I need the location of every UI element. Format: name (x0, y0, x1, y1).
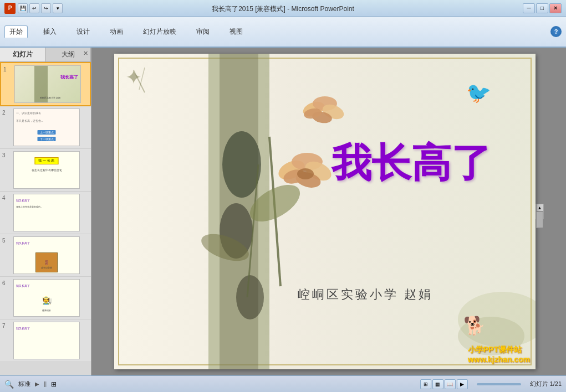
thumb-title-7: 我又长高了 (16, 327, 30, 330)
tab-insert[interactable]: 插入 (39, 26, 61, 38)
title-bar-left: P 💾 ↩ ↪ ▾ (4, 3, 63, 14)
maximize-button[interactable]: □ (536, 3, 548, 13)
slide-item-1[interactable]: 1 我长高了 崆峒区实验小学 赵娟 (0, 62, 91, 106)
minimize-button[interactable]: ─ (523, 3, 535, 13)
slide-list: 1 我长高了 崆峒区实验小学 赵娟 2 一、认识生命的成长 不只是长高，还包含.… (0, 62, 91, 375)
dog-decoration: 🐕 (463, 315, 486, 336)
sidebar-tabs: 幻灯片 大纲 ✕ (0, 48, 91, 62)
slide-thumb-3: 我 一 长 高 在生长过程中有哪些变化 (13, 151, 80, 189)
slide-item-6[interactable]: 6 我又长高了 🧑‍🌾 健康成长 (0, 277, 91, 319)
thumb-title-5: 我又长高了 (16, 241, 30, 245)
help-button[interactable]: ? (550, 26, 562, 37)
thumb-title-6: 我又长高了 (16, 284, 30, 287)
thumb-text-2b: 不只是长高，还包含... (16, 119, 43, 123)
watermark: 小学PPT课件站 www.kjzhan.com (468, 345, 530, 364)
view-slideshow-button[interactable]: ▶ (457, 379, 468, 389)
undo-quick-btn[interactable]: ↩ (29, 3, 39, 13)
view-normal-button[interactable]: ⊞ (420, 379, 431, 389)
tab-view[interactable]: 视图 (225, 26, 247, 38)
main-area: 幻灯片 大纲 ✕ 1 我长高了 崆峒区实验小学 赵娟 2 (0, 48, 566, 375)
thumb-title-1: 我长高了 (60, 74, 78, 80)
save-quick-btn[interactable]: 💾 (18, 3, 28, 13)
tab-start[interactable]: 开始 (4, 25, 28, 38)
close-button[interactable]: ✕ (549, 3, 562, 13)
slide-num-7: 7 (2, 322, 13, 359)
sidebar-tab-slides[interactable]: 幻灯片 (0, 48, 45, 61)
redo-quick-btn[interactable]: ↪ (41, 3, 51, 13)
watermark-line2: www.kjzhan.com (468, 355, 530, 364)
slide-item-5[interactable]: 5 我又长高了 🚪 成长记录册 (0, 234, 91, 277)
title-bar: P 💾 ↩ ↪ ▾ 我长高了2015 [兼容模式] - Microsoft Po… (0, 0, 566, 17)
thumb-cabinet-5: 🚪 (35, 252, 58, 272)
thumb-title-4: 我又长高了 (16, 199, 30, 202)
tab-review[interactable]: 审阅 (192, 26, 214, 38)
thumb-btn-2a: 上一课重点 (38, 130, 56, 135)
app-icon[interactable]: P (4, 3, 16, 14)
slide-num-2: 2 (2, 109, 13, 146)
slide-counter: 幻灯片 1/21 (530, 380, 562, 388)
customize-quick-btn[interactable]: ▾ (53, 3, 63, 13)
thumb-text-4: 身体上的变化是最直观的... (16, 205, 77, 209)
thumb-btn-2b: 下一课重点 (38, 137, 56, 141)
slide-num-3: 3 (2, 151, 13, 189)
tab-design[interactable]: 设计 (72, 26, 94, 38)
slide-item-2[interactable]: 2 一、认识生命的成长 不只是长高，还包含... 上一课重点 下一课重点 (0, 106, 91, 149)
thumb-text-3: 在生长过程中有哪些变化 (32, 168, 62, 172)
thumb-sub-6: 健康成长 (42, 309, 51, 312)
thumb-sub-1: 崆峒区实验小学 赵娟 (40, 96, 60, 99)
slide-thumb-1: 我长高了 崆峒区实验小学 赵娟 (14, 65, 81, 103)
slide-thumb-7: 我又长高了 (13, 322, 80, 359)
window-controls: ─ □ ✕ (523, 3, 562, 13)
view-reading-button[interactable]: 📖 (445, 379, 456, 389)
slide-panel: ✦ 🐦 我长高了 崆峒区实验小学 赵娟 🐕 小学PPT课件站 www.kjzha… (91, 48, 566, 375)
thumb-person-6: 🧑‍🌾 (42, 295, 52, 305)
slide-num-1: 1 (3, 65, 14, 103)
slide-canvas[interactable]: ✦ 🐦 我长高了 崆峒区实验小学 赵娟 🐕 小学PPT课件站 www.kjzha… (114, 54, 536, 369)
thumb-text-2a: 一、认识生命的成长 (16, 111, 41, 115)
slide-num-5: 5 (2, 236, 13, 274)
vscroll-thumb[interactable] (536, 212, 543, 228)
window-title: 我长高了2015 [兼容模式] - Microsoft PowerPoint (212, 4, 354, 14)
slide-item-3[interactable]: 3 我 一 长 高 在生长过程中有哪些变化 (0, 149, 91, 192)
slide-thumb-2: 一、认识生命的成长 不只是长高，还包含... 上一课重点 下一课重点 (13, 109, 80, 146)
slide-item-4[interactable]: 4 我又长高了 身体上的变化是最直观的... (0, 192, 91, 234)
view-buttons: ⊞ ▦ 📖 ▶ (420, 379, 468, 389)
slide-item-7[interactable]: 7 我又长高了 (0, 319, 91, 362)
slide-thumb-4: 我又长高了 身体上的变化是最直观的... (13, 194, 80, 231)
bird-decoration: 🐦 (466, 81, 491, 105)
watermark-line1: 小学PPT课件站 (468, 345, 530, 355)
status-bar: 🔍 标准 ▶ || ⊞ ⊞ ▦ 📖 ▶ 幻灯片 1/21 (0, 375, 566, 392)
thumb-sub-5: 成长记录册 (41, 266, 52, 269)
tab-animation[interactable]: 动画 (105, 26, 128, 38)
slide-num-6: 6 (2, 279, 13, 317)
zoom-label: 标准 (18, 380, 30, 388)
quick-access-toolbar: 💾 ↩ ↪ ▾ (18, 3, 63, 13)
thumb-label-3: 我 一 长 高 (34, 157, 58, 164)
sidebar: 幻灯片 大纲 ✕ 1 我长高了 崆峒区实验小学 赵娟 2 (0, 48, 91, 375)
tab-slideshow[interactable]: 幻灯片放映 (139, 26, 181, 38)
slide-thumb-5: 我又长高了 🚪 成长记录册 (13, 236, 80, 274)
vertical-scrollbar: ▲ ▼ (536, 204, 543, 219)
slide-subtitle: 崆峒区实验小学 赵娟 (298, 286, 433, 303)
sidebar-close-button[interactable]: ✕ (81, 49, 90, 58)
zoom-slider[interactable] (477, 383, 521, 385)
ribbon: 开始 插入 设计 动画 幻灯片放映 审阅 视图 ? (0, 17, 566, 48)
slide-thumb-6: 我又长高了 🧑‍🌾 健康成长 (13, 279, 80, 317)
slide-num-4: 4 (2, 194, 13, 231)
view-slide-sorter-button[interactable]: ▦ (432, 379, 443, 389)
slide-main-title: 我长高了 (332, 137, 491, 190)
vscroll-up-button[interactable]: ▲ (536, 204, 544, 212)
